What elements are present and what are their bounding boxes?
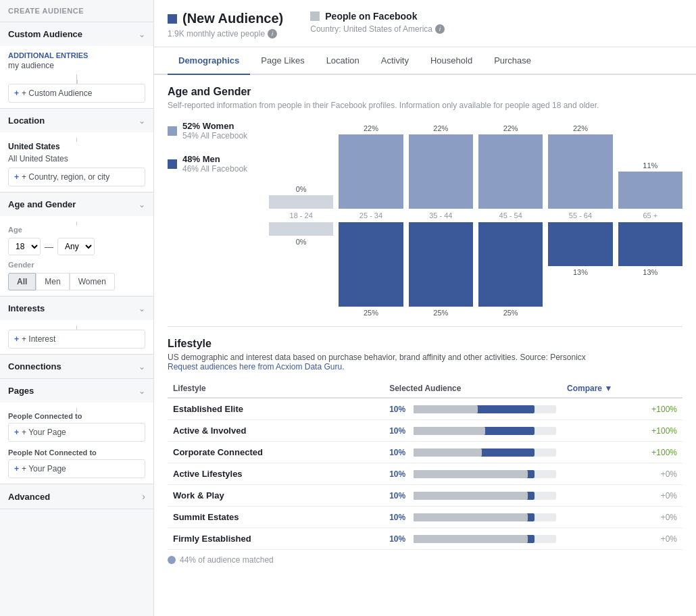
age-label-45: 45 - 54: [478, 209, 543, 222]
bar-35-44-men-pct: 25%: [433, 309, 448, 317]
lifestyle-link[interactable]: Request audiences here from Acxiom Data …: [168, 362, 344, 371]
table-row: Summit Estates10%+0%: [168, 507, 682, 528]
info-icon-people[interactable]: i: [435, 24, 445, 34]
main-content: (New Audience) 1.9K monthly active peopl…: [154, 0, 696, 616]
bar-25-34-women: 22%: [339, 124, 403, 209]
location-input[interactable]: + + Country, region, or city: [8, 168, 145, 186]
bar-65-women-pct: 11%: [643, 161, 657, 170]
bar-track: [414, 427, 556, 435]
sidebar: Create Audience Custom Audience ⌄ Additi…: [0, 0, 154, 616]
connections-content: People Connected to + + Your Page People…: [0, 403, 153, 484]
lifestyle-section: Lifestyle US demographic and interest da…: [168, 338, 682, 570]
lifestyle-row-bar: 10%: [384, 528, 562, 550]
connector: [76, 74, 77, 80]
tab-household[interactable]: Household: [420, 47, 483, 75]
bar-track: [414, 405, 556, 413]
tabs-bar: Demographics Page Likes Location Activit…: [154, 47, 696, 75]
people-connected-placeholder: + Your Page: [22, 428, 66, 437]
matched-text: 44% of audience matched: [180, 555, 274, 565]
audience-icon: [168, 14, 177, 24]
interest-placeholder: + Interest: [22, 334, 55, 344]
age-label-18: 18 - 24: [269, 209, 333, 222]
age-label-55: 55 - 64: [548, 209, 612, 222]
content-area: Age and Gender Self-reported information…: [154, 75, 696, 581]
table-row: Active Lifestyles10%+0%: [168, 463, 682, 485]
age-min-select[interactable]: 18: [8, 238, 41, 255]
gender-all-btn[interactable]: All: [8, 273, 36, 290]
lifestyle-row-name: Work & Play: [168, 485, 384, 507]
col-compare[interactable]: Compare ▼: [562, 380, 682, 398]
gender-label: Gender: [8, 261, 145, 269]
chart-with-legend: 52% Women 54% All Facebook 48% Men 46% A…: [168, 121, 682, 310]
people-not-connected-label: People Not Connected to: [8, 448, 145, 457]
sidebar-header: Create Audience: [0, 0, 153, 22]
audience-secondary: People on Facebook Country: United State…: [310, 11, 445, 34]
lifestyle-row-name: Corporate Connected: [168, 442, 384, 463]
gender-women-btn[interactable]: Women: [70, 273, 115, 290]
bar-pct-label: 10%: [389, 534, 408, 544]
age-label-35: 35 - 44: [409, 209, 473, 222]
bar-35-44-women-pct: 22%: [433, 124, 448, 132]
interests-content: + + Interest: [0, 320, 153, 354]
age-row: 18 — Any: [8, 238, 145, 255]
age-gender-header[interactable]: Age and Gender ⌄: [0, 192, 153, 216]
location-plus-icon: +: [14, 172, 19, 182]
women-bars-row: 0% 22% 22%: [269, 121, 682, 209]
interest-input[interactable]: + + Interest: [8, 330, 145, 349]
tab-location[interactable]: Location: [316, 47, 370, 75]
tab-page-likes[interactable]: Page Likes: [250, 47, 315, 75]
bar-pct-label: 10%: [389, 491, 408, 500]
table-row: Active & Involved10%+100%: [168, 420, 682, 442]
info-icon-audience[interactable]: i: [268, 29, 277, 38]
bar-55-64-women-pct: 22%: [573, 124, 588, 132]
men-pct: 48% Men: [182, 154, 247, 164]
bar-25-34-men-fill: [339, 222, 403, 307]
bar-65-men: 13%: [618, 222, 682, 276]
men-legend-icon: [168, 159, 177, 169]
age-gender-content: Age 18 — Any Gender All Men Women: [0, 216, 153, 296]
tab-purchase[interactable]: Purchase: [483, 47, 542, 75]
gender-men-btn[interactable]: Men: [36, 273, 69, 290]
people-not-connected-input[interactable]: + + Your Page: [8, 459, 145, 478]
people-connected-input[interactable]: + + Your Page: [8, 423, 145, 442]
bar-45-54-men-pct: 25%: [503, 309, 518, 317]
audience-title: (New Audience): [182, 11, 283, 26]
lifestyle-row-compare: +0%: [562, 528, 682, 550]
lifestyle-row-name: Firmly Established: [168, 528, 384, 550]
age-dash: —: [45, 242, 53, 252]
lifestyle-row-name: Active & Involved: [168, 420, 384, 442]
bar-track: [414, 513, 556, 521]
custom-audience-header[interactable]: Custom Audience ⌄: [0, 22, 153, 46]
women-sub: 54% All Facebook: [182, 131, 247, 140]
advanced-row[interactable]: Advanced ›: [0, 484, 153, 509]
advanced-title: Advanced: [8, 492, 50, 502]
lifestyle-row-bar: 10%: [384, 507, 562, 528]
bar-55-64-men-pct: 13%: [573, 268, 588, 276]
location-header[interactable]: Location ⌄: [0, 109, 153, 132]
bar-18-24-men-pct: 0%: [296, 238, 307, 246]
age-max-select[interactable]: Any: [57, 238, 95, 255]
lifestyle-row-compare: +0%: [562, 485, 682, 507]
location-content: United States All United States + + Coun…: [0, 132, 153, 192]
bar-25-34-men: 25%: [339, 222, 403, 317]
age-label-65: 65 +: [618, 209, 682, 222]
connections-header[interactable]: Connections ⌄: [0, 355, 153, 378]
additional-entries-sublabel: my audience: [8, 61, 145, 70]
col-lifestyle: Lifestyle: [168, 380, 384, 398]
tab-demographics[interactable]: Demographics: [168, 47, 250, 75]
interests-header[interactable]: Interests ⌄: [0, 297, 153, 320]
people-connected-label: People Connected to: [8, 412, 145, 420]
age-labels-row: 18 - 24 25 - 34 35 - 44 45 - 54 55 - 64 …: [269, 209, 682, 222]
bar-pct-label: 10%: [389, 469, 408, 479]
table-row: Work & Play10%+0%: [168, 485, 682, 507]
people-subtitle: Country: United States of America i: [310, 24, 445, 34]
bar-pct-label: 10%: [389, 448, 408, 457]
bar-track: [414, 448, 556, 457]
people-icon: [310, 11, 320, 21]
location-region: All United States: [8, 154, 145, 163]
age-gender-section: Age and Gender ⌄ Age 18 — Any Gender A: [0, 192, 153, 297]
tab-activity[interactable]: Activity: [370, 47, 420, 75]
pages-header[interactable]: Pages ⌄: [0, 379, 153, 403]
bar-65-women: 11%: [618, 161, 682, 209]
custom-audience-input[interactable]: + + Custom Audience: [8, 84, 145, 103]
